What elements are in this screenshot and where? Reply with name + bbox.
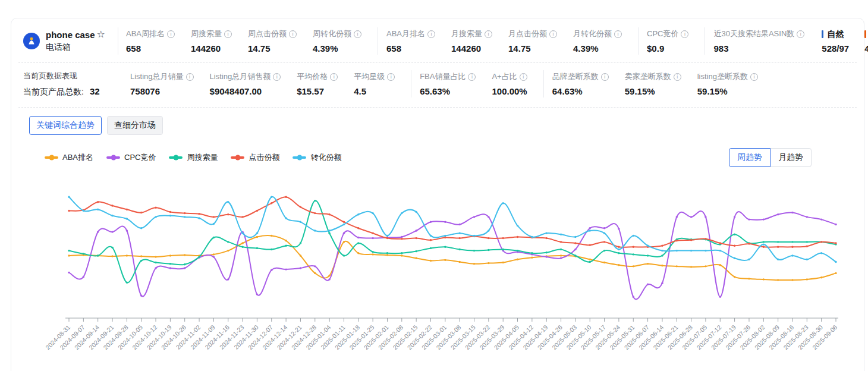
info-icon[interactable]: i — [468, 73, 476, 81]
data-point[interactable] — [488, 229, 489, 231]
data-point[interactable] — [97, 209, 99, 210]
data-point[interactable] — [198, 213, 200, 215]
legend-item[interactable]: ABA排名 — [45, 152, 93, 163]
data-point[interactable] — [719, 264, 721, 266]
data-point[interactable] — [285, 217, 287, 219]
data-point[interactable] — [68, 196, 70, 198]
data-point[interactable] — [328, 213, 330, 215]
data-point[interactable] — [111, 255, 113, 257]
data-point[interactable] — [473, 216, 475, 218]
data-point[interactable] — [213, 237, 215, 238]
data-point[interactable] — [676, 240, 678, 241]
data-point[interactable] — [213, 256, 215, 257]
data-point[interactable] — [357, 242, 359, 244]
data-point[interactable] — [155, 206, 156, 208]
data-point[interactable] — [271, 249, 272, 250]
data-point[interactable] — [68, 272, 70, 273]
data-point[interactable] — [430, 221, 432, 223]
data-point[interactable] — [155, 256, 156, 257]
data-point[interactable] — [300, 267, 301, 269]
data-point[interactable] — [705, 250, 706, 251]
data-point[interactable] — [763, 278, 765, 280]
data-point[interactable] — [328, 278, 330, 280]
data-point[interactable] — [256, 236, 258, 238]
legend-item[interactable]: 转化份额 — [293, 152, 341, 163]
info-icon[interactable]: i — [330, 73, 338, 81]
data-point[interactable] — [140, 227, 142, 229]
data-point[interactable] — [430, 247, 432, 249]
data-point[interactable] — [748, 278, 750, 279]
data-point[interactable] — [155, 267, 156, 269]
data-point[interactable] — [647, 263, 649, 265]
data-point[interactable] — [256, 247, 258, 249]
data-point[interactable] — [300, 206, 301, 207]
data-point[interactable] — [256, 232, 258, 234]
data-point[interactable] — [415, 250, 417, 252]
data-point[interactable] — [661, 282, 663, 284]
data-point[interactable] — [430, 235, 432, 237]
data-point[interactable] — [386, 252, 388, 254]
data-point[interactable] — [690, 216, 692, 218]
info-icon[interactable]: i — [273, 73, 281, 81]
data-point[interactable] — [458, 249, 460, 250]
info-icon[interactable]: i — [167, 30, 175, 38]
info-icon[interactable]: i — [427, 30, 435, 38]
data-point[interactable] — [719, 296, 721, 298]
data-point[interactable] — [473, 235, 475, 237]
data-point[interactable] — [271, 235, 272, 237]
data-point[interactable] — [97, 201, 99, 203]
data-point[interactable] — [126, 209, 128, 210]
data-point[interactable] — [517, 250, 518, 251]
info-icon[interactable]: i — [354, 30, 361, 38]
data-point[interactable] — [430, 239, 432, 241]
legend-item[interactable]: 点击份额 — [231, 152, 279, 163]
data-point[interactable] — [285, 268, 287, 270]
legend-item[interactable]: 周搜索量 — [169, 152, 218, 163]
data-point[interactable] — [676, 250, 678, 251]
data-point[interactable] — [241, 232, 243, 234]
data-point[interactable] — [531, 256, 533, 258]
data-point[interactable] — [806, 246, 808, 247]
data-point[interactable] — [517, 225, 518, 227]
data-point[interactable] — [618, 228, 619, 229]
data-point[interactable] — [458, 261, 460, 263]
data-point[interactable] — [372, 237, 373, 239]
data-point[interactable] — [603, 241, 605, 243]
data-point[interactable] — [126, 254, 128, 256]
data-point[interactable] — [791, 241, 793, 243]
data-point[interactable] — [791, 212, 793, 213]
data-point[interactable] — [560, 234, 562, 235]
data-point[interactable] — [458, 237, 460, 239]
data-point[interactable] — [661, 245, 663, 247]
data-point[interactable] — [314, 229, 316, 231]
data-point[interactable] — [314, 212, 316, 214]
info-icon[interactable]: i — [614, 30, 622, 38]
data-point[interactable] — [647, 284, 649, 285]
data-point[interactable] — [68, 254, 70, 256]
data-point[interactable] — [777, 279, 779, 281]
data-point[interactable] — [748, 218, 750, 220]
data-point[interactable] — [690, 239, 692, 241]
data-point[interactable] — [633, 265, 634, 267]
data-point[interactable] — [777, 246, 779, 248]
info-icon[interactable]: i — [750, 73, 758, 81]
data-point[interactable] — [328, 229, 330, 231]
data-point[interactable] — [546, 251, 548, 253]
data-point[interactable] — [705, 265, 706, 267]
data-point[interactable] — [140, 212, 142, 213]
data-point[interactable] — [748, 243, 750, 244]
data-point[interactable] — [488, 216, 489, 218]
data-point[interactable] — [791, 246, 793, 248]
data-point[interactable] — [546, 232, 548, 234]
data-point[interactable] — [401, 238, 402, 240]
data-point[interactable] — [618, 249, 619, 250]
data-point[interactable] — [560, 241, 562, 243]
data-point[interactable] — [705, 238, 706, 240]
data-point[interactable] — [777, 241, 779, 243]
data-point[interactable] — [690, 266, 692, 268]
data-point[interactable] — [83, 276, 84, 278]
data-point[interactable] — [488, 237, 489, 239]
info-icon[interactable]: i — [674, 73, 681, 81]
data-point[interactable] — [285, 240, 287, 241]
data-point[interactable] — [111, 231, 113, 232]
